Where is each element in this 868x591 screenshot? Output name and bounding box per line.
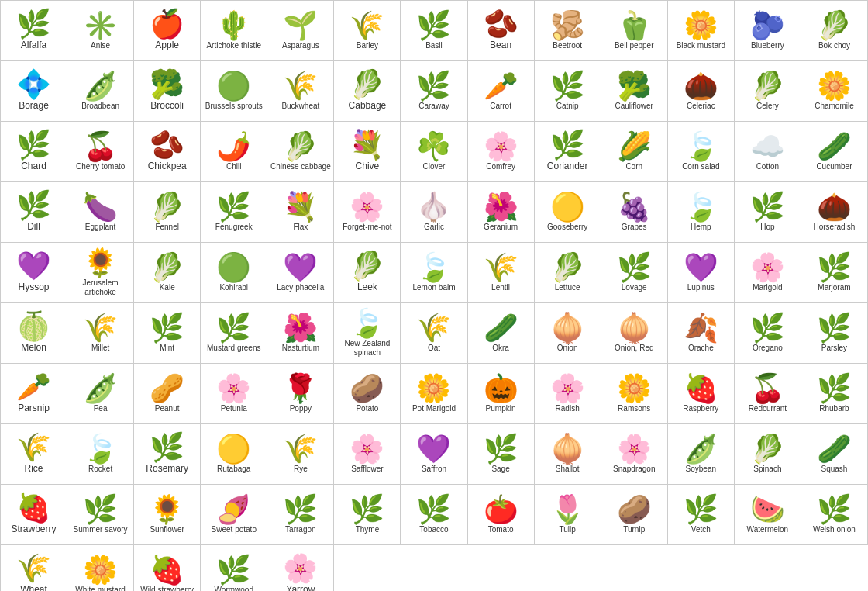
plant-icon: 🌿 [216, 556, 251, 584]
plant-icon: 🌼 [817, 72, 852, 100]
plant-cell: 🌿Sage [468, 424, 535, 485]
plant-cell: 🍃Lemon balm [401, 243, 467, 303]
plant-icon: 🌰 [817, 193, 852, 221]
plant-cell: 🌿Catnip [535, 61, 601, 122]
plant-label: Pot Marigold [412, 404, 456, 413]
plant-cell: 🧅Shallot [535, 424, 601, 485]
plant-label: Apple [155, 40, 179, 50]
plant-icon: 🫚 [550, 12, 585, 40]
plant-label: Flax [293, 223, 308, 232]
plant-label: Borage [19, 100, 49, 111]
plant-icon: 🌿 [150, 434, 184, 461]
plant-label: Orache [688, 344, 714, 353]
plant-label: Mustard greens [207, 344, 260, 353]
plant-label: Artichoke thistle [206, 41, 261, 50]
plant-icon: 🌹 [283, 375, 318, 403]
plant-icon: 🌸 [216, 375, 251, 403]
plant-icon: 💐 [350, 131, 384, 159]
plant-cell: 💠Borage [1, 61, 67, 122]
plant-icon: 🍈 [16, 313, 51, 340]
plant-icon: 🥬 [350, 252, 384, 280]
plant-icon: ☁️ [750, 133, 785, 161]
plant-cell: 🥒Squash [801, 424, 868, 485]
plant-icon: 🌿 [150, 314, 184, 342]
plant-label: Vetch [691, 525, 711, 534]
plant-label: Barley [356, 41, 378, 50]
plant-label: Cotton [756, 162, 779, 171]
plant-icon: 🥦 [150, 71, 184, 98]
plant-icon: 🌸 [750, 254, 785, 282]
plant-cell: 🌿Vetch [668, 485, 735, 545]
plant-icon: 🌼 [617, 375, 652, 403]
plant-icon: 🍉 [750, 496, 785, 524]
plant-label: Potato [356, 404, 378, 413]
plant-icon: 💜 [16, 252, 51, 280]
plant-icon: 🥬 [350, 71, 384, 98]
plant-cell: 🌺Nasturtium [267, 303, 334, 364]
plant-cell: 🥬Cabbage [334, 61, 401, 122]
plant-grid: 🌿Alfalfa✳️Anise🍎Apple🌵Artichoke thistle🌱… [0, 0, 868, 591]
plant-cell: 🟢Brussels sprouts [201, 61, 267, 122]
plant-label: Yarrow [286, 584, 315, 591]
plant-cell: 🌾Wheat [1, 545, 67, 591]
plant-label: Tarragon [285, 525, 315, 534]
plant-icon: 🌿 [216, 314, 251, 342]
plant-icon: 🌻 [150, 496, 184, 524]
plant-cell: ☁️Cotton [735, 122, 801, 182]
plant-label: White mustard [75, 586, 125, 592]
plant-icon: 🥒 [484, 314, 518, 342]
plant-cell: 🥬Leek [334, 243, 401, 303]
plant-icon: 🍃 [350, 309, 384, 337]
plant-cell: 🌸Safflower [334, 424, 401, 485]
plant-label: Rhubarb [819, 404, 849, 413]
plant-label: Safflower [351, 465, 384, 474]
plant-icon: 🥬 [550, 254, 585, 282]
plant-cell: 💐Chive [334, 122, 401, 182]
plant-label: Brussels sprouts [205, 102, 263, 111]
plant-label: Rutabaga [217, 465, 250, 474]
plant-cell: 🍎Apple [134, 1, 201, 61]
plant-label: Dill [27, 221, 40, 232]
plant-cell: 🌿Marjoram [801, 243, 868, 303]
plant-label: Saffron [422, 465, 446, 474]
plant-label: Geranium [484, 223, 518, 232]
plant-cell: ✳️Anise [67, 1, 134, 61]
plant-icon: 🍆 [83, 193, 118, 221]
plant-icon: 🌸 [550, 375, 585, 403]
plant-icon: 🍠 [216, 496, 251, 524]
plant-cell: 🌿Coriander [535, 122, 601, 182]
plant-cell: 🧅Onion, Red [601, 303, 668, 364]
plant-icon: 🌼 [83, 556, 118, 584]
plant-icon: 🧅 [550, 435, 585, 463]
plant-icon: 🌿 [684, 496, 718, 524]
plant-label: Horseradish [813, 223, 855, 232]
plant-icon: 🌿 [817, 496, 852, 524]
plant-label: Beetroot [553, 41, 582, 50]
plant-label: Nasturtium [282, 344, 319, 353]
plant-label: Chickpea [148, 161, 187, 171]
plant-label: Cherry tomato [76, 162, 125, 171]
plant-cell: 🥕Parsnip [1, 364, 67, 424]
plant-label: Turnip [623, 525, 645, 534]
plant-label: Watermelon [747, 525, 789, 534]
plant-label: Bok choy [818, 41, 850, 50]
plant-cell: 🍇Grapes [601, 182, 668, 243]
plant-label: Wormwood [215, 586, 253, 592]
plant-cell: 🌿Hop [735, 182, 801, 243]
plant-icon: 🌾 [283, 72, 318, 100]
plant-label: Kale [160, 283, 175, 292]
plant-label: Gooseberry [547, 223, 587, 232]
plant-cell: 🌾Buckwheat [267, 61, 334, 122]
plant-label: Eggplant [85, 223, 115, 232]
plant-icon: 🌾 [350, 12, 384, 40]
plant-cell: 🍃Corn salad [668, 122, 735, 182]
plant-label: Anise [91, 41, 110, 50]
plant-cell: 🟡Gooseberry [535, 182, 601, 243]
plant-icon: 🌿 [750, 193, 785, 221]
plant-icon: 🫛 [684, 435, 718, 463]
plant-cell: 🌸Petunia [201, 364, 267, 424]
plant-icon: 🥬 [750, 72, 785, 100]
plant-icon: 🌿 [416, 12, 451, 40]
plant-label: Chili [226, 162, 241, 171]
plant-cell: 🌿Tarragon [267, 485, 334, 545]
